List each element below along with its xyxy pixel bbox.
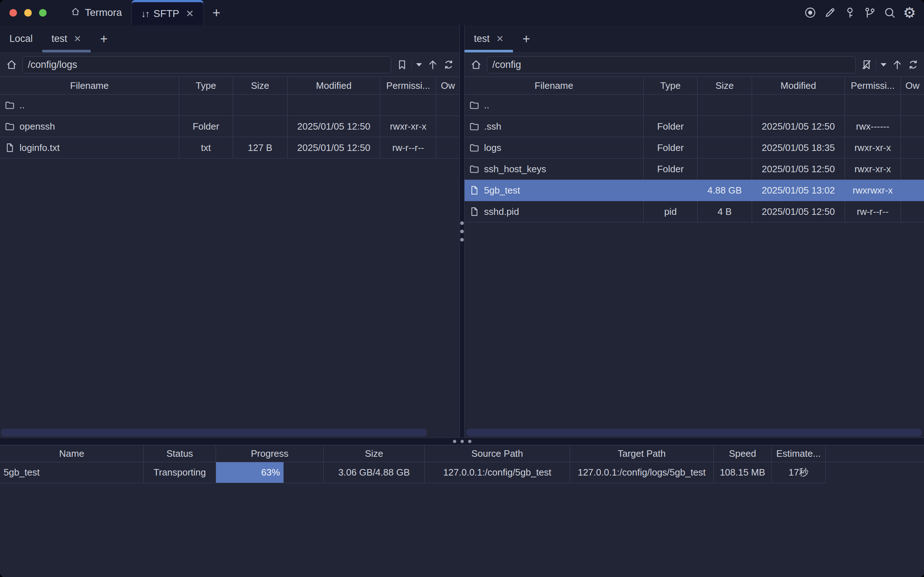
column-header-status[interactable]: Status (144, 445, 216, 462)
refresh-icon[interactable] (907, 58, 920, 71)
tab-sftp[interactable]: ↓↑ SFTP ✕ (132, 0, 204, 25)
table-row[interactable]: loginfo.txt txt 127 B 2025/01/05 12:50 r… (0, 137, 460, 158)
record-icon[interactable] (804, 6, 817, 19)
column-header-speed[interactable]: Speed (714, 445, 772, 462)
column-header-size[interactable]: Size (324, 445, 425, 462)
up-directory-icon[interactable] (891, 58, 904, 71)
folder-icon (469, 121, 480, 132)
transfer-speed: 108.15 MB (714, 462, 772, 483)
folder-icon (469, 100, 480, 111)
refresh-icon[interactable] (442, 58, 455, 71)
splitter-dot (460, 221, 464, 225)
column-header-type[interactable]: Type (644, 77, 698, 95)
left-file-table: Filename Type Size Modified Permissi... … (0, 77, 460, 427)
right-table-header: Filename Type Size Modified Permissi... … (464, 77, 924, 95)
column-header-permissions[interactable]: Permissi... (845, 77, 901, 95)
titlebar-toolbar: ⚙ (804, 0, 916, 25)
table-row-selected[interactable]: 5gb_test 4.88 GB 2025/01/05 13:02 rwxrwx… (464, 180, 924, 201)
zoom-window-button[interactable] (39, 9, 47, 17)
divider (411, 59, 412, 71)
column-header-target-path[interactable]: Target Path (570, 445, 714, 462)
left-path-actions (395, 58, 455, 71)
table-row[interactable]: .. (0, 95, 460, 116)
file-panes: Local test ✕ + (0, 25, 924, 438)
gear-icon[interactable]: ⚙ (903, 6, 916, 19)
splitter-dot (461, 440, 464, 443)
key-icon[interactable] (843, 6, 856, 19)
new-window-tab-button[interactable]: + (204, 0, 229, 25)
pane-splitter-vertical[interactable] (460, 25, 464, 438)
transfer-estimate: 17秒 (772, 462, 826, 483)
tab-sftp-label: SFTP (153, 8, 179, 19)
transfer-icon: ↓↑ (141, 8, 149, 19)
bookmark-slash-icon[interactable] (860, 58, 873, 71)
left-table-header: Filename Type Size Modified Permissi... … (0, 77, 460, 95)
transfer-status: Transporting (144, 462, 216, 483)
splitter-dot (453, 440, 456, 443)
table-row[interactable]: openssh Folder 2025/01/05 12:50 rwxr-xr-… (0, 116, 460, 137)
table-row[interactable]: .ssh Folder 2025/01/05 12:50 rwx------ (464, 116, 924, 137)
progress-bar: 63% (216, 462, 284, 483)
right-path-input[interactable] (487, 56, 856, 73)
tab-sftp-close-icon[interactable]: ✕ (184, 9, 194, 19)
minimize-window-button[interactable] (24, 9, 32, 17)
up-directory-icon[interactable] (426, 58, 439, 71)
close-window-button[interactable] (10, 9, 17, 17)
table-row[interactable]: .. (464, 95, 924, 116)
column-header-permissions[interactable]: Permissi... (381, 77, 436, 95)
column-header-progress[interactable]: Progress (216, 445, 324, 462)
table-row[interactable]: ssh_host_keys Folder 2025/01/05 12:50 rw… (464, 158, 924, 180)
right-new-tab-button[interactable]: + (513, 25, 539, 52)
right-file-table: Filename Type Size Modified Permissi... … (464, 77, 924, 427)
bookmark-icon[interactable] (395, 58, 408, 71)
right-pane: test ✕ + (464, 25, 924, 438)
left-tab-local[interactable]: Local (0, 25, 42, 52)
tab-termora[interactable]: Termora (61, 0, 132, 25)
home-icon[interactable] (469, 58, 483, 71)
branch-icon[interactable] (863, 6, 876, 19)
splitter-dot (460, 230, 464, 233)
left-tab-test[interactable]: test ✕ (42, 25, 91, 52)
column-header-estimate[interactable]: Estimate... (772, 445, 826, 462)
column-header-owner[interactable]: Ow (901, 77, 924, 95)
transfer-target-path: 127.0.0.1:/config/logs/5gb_test (570, 462, 714, 483)
column-header-size[interactable]: Size (698, 77, 752, 95)
column-header-name[interactable]: Name (0, 445, 144, 462)
table-row[interactable]: logs Folder 2025/01/05 18:35 rwxr-xr-x (464, 137, 924, 158)
left-new-tab-button[interactable]: + (91, 25, 117, 52)
left-path-input[interactable] (23, 56, 391, 73)
column-header-modified[interactable]: Modified (287, 77, 381, 95)
right-tab-test[interactable]: test ✕ (464, 25, 513, 52)
right-tab-test-close-icon[interactable]: ✕ (494, 34, 504, 44)
column-header-filename[interactable]: Filename (464, 77, 644, 95)
progress-label: 63% (261, 467, 280, 478)
search-icon[interactable] (883, 6, 896, 19)
scrollbar-thumb[interactable] (1, 429, 427, 437)
left-tab-test-close-icon[interactable]: ✕ (71, 34, 81, 44)
column-header-size[interactable]: Size (233, 77, 287, 95)
file-icon (4, 142, 15, 153)
titlebar: Termora ↓↑ SFTP ✕ + ⚙ (0, 0, 924, 25)
chevron-down-icon[interactable] (416, 63, 422, 66)
column-header-owner[interactable]: Ow (436, 77, 460, 95)
transfer-row[interactable]: 5gb_test Transporting 63% 3.06 GB/4.88 G… (0, 462, 924, 483)
column-header-filename[interactable]: Filename (0, 77, 179, 95)
divider (876, 59, 876, 71)
home-icon[interactable] (4, 58, 19, 71)
table-row[interactable]: sshd.pid pid 4 B 2025/01/05 12:50 rw-r--… (464, 201, 924, 222)
transfers-empty-area (0, 483, 924, 577)
right-pathbar (464, 53, 924, 77)
tab-termora-label: Termora (85, 7, 122, 18)
scrollbar-thumb[interactable] (466, 429, 922, 437)
column-header-modified[interactable]: Modified (752, 77, 845, 95)
chevron-down-icon[interactable] (880, 63, 887, 66)
folder-icon (469, 142, 480, 153)
left-horizontal-scrollbar (0, 427, 460, 438)
column-header-source-path[interactable]: Source Path (425, 445, 570, 462)
splitter-dot (460, 238, 464, 242)
home-icon (71, 6, 81, 19)
pencil-icon[interactable] (824, 6, 837, 19)
app-window: Termora ↓↑ SFTP ✕ + ⚙ (0, 0, 924, 577)
transfers-splitter-horizontal[interactable] (0, 438, 924, 445)
column-header-type[interactable]: Type (179, 77, 233, 95)
